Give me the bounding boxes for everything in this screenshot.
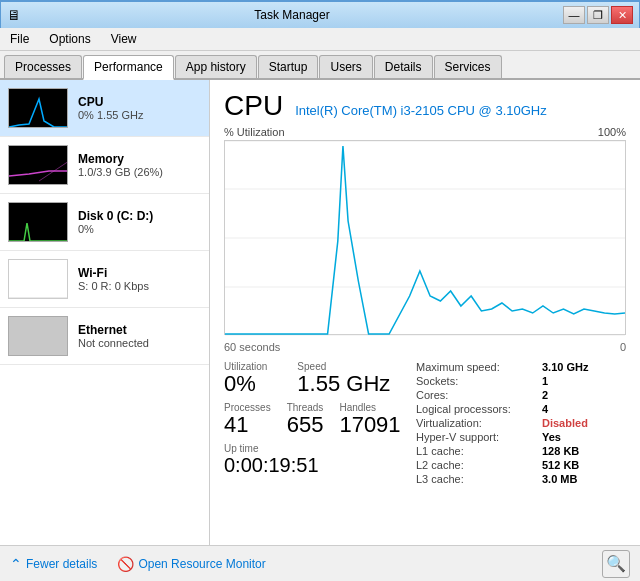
resource-icon: 🚫	[117, 556, 134, 572]
ethernet-info: Ethernet Not connected	[78, 323, 201, 349]
sidebar-item-disk[interactable]: Disk 0 (C: D:) 0%	[0, 194, 209, 251]
max-speed-label: Maximum speed:	[416, 361, 536, 373]
window-controls: — ❐ ✕	[563, 6, 633, 24]
info-l1: L1 cache: 128 KB	[416, 445, 626, 457]
restore-button[interactable]: ❐	[587, 6, 609, 24]
sockets-val: 1	[542, 375, 548, 387]
disk-value: 0%	[78, 223, 201, 235]
svg-rect-4	[9, 317, 68, 356]
info-sockets: Sockets: 1	[416, 375, 626, 387]
tab-services[interactable]: Services	[434, 55, 502, 78]
cpu-info: CPU 0% 1.55 GHz	[78, 95, 201, 121]
ethernet-mini-graph	[8, 316, 68, 356]
info-l2: L2 cache: 512 KB	[416, 459, 626, 471]
main-content: CPU 0% 1.55 GHz Memory 1.0/3.9 GB (26%)	[0, 80, 640, 545]
handles-group: Handles 17091	[339, 402, 400, 437]
wifi-label: Wi-Fi	[78, 266, 201, 280]
cpu-mini-graph	[8, 88, 68, 128]
max-speed-val: 3.10 GHz	[542, 361, 588, 373]
virt-label: Virtualization:	[416, 417, 536, 429]
open-resource-label: Open Resource Monitor	[138, 557, 265, 571]
menu-view[interactable]: View	[105, 30, 143, 48]
wifi-info: Wi-Fi S: 0 R: 0 Kbps	[78, 266, 201, 292]
utilization-group: Utilization 0%	[224, 361, 267, 396]
panel-subtitle: Intel(R) Core(TM) i3-2105 CPU @ 3.10GHz	[295, 103, 547, 118]
logical-label: Logical processors:	[416, 403, 536, 415]
processes-value: 41	[224, 413, 271, 437]
panel-header: CPU Intel(R) Core(TM) i3-2105 CPU @ 3.10…	[224, 90, 626, 122]
sidebar-item-ethernet[interactable]: Ethernet Not connected	[0, 308, 209, 365]
sidebar: CPU 0% 1.55 GHz Memory 1.0/3.9 GB (26%)	[0, 80, 210, 545]
wifi-value: S: 0 R: 0 Kbps	[78, 280, 201, 292]
memory-value: 1.0/3.9 GB (26%)	[78, 166, 201, 178]
menu-bar: File Options View	[0, 28, 640, 51]
threads-group: Threads 655	[287, 402, 324, 437]
time-right: 0	[620, 341, 626, 353]
cores-label: Cores:	[416, 389, 536, 401]
fewer-details-btn[interactable]: ⌃ Fewer details	[10, 556, 97, 572]
sidebar-item-cpu[interactable]: CPU 0% 1.55 GHz	[0, 80, 209, 137]
left-stats: Utilization 0% Speed 1.55 GHz Processes …	[224, 361, 416, 487]
chevron-up-icon: ⌃	[10, 556, 22, 572]
disk-info: Disk 0 (C: D:) 0%	[78, 209, 201, 235]
hyperv-label: Hyper-V support:	[416, 431, 536, 443]
close-button[interactable]: ✕	[611, 6, 633, 24]
magnifier-icon: 🔍	[606, 554, 626, 573]
svg-rect-1	[9, 203, 68, 242]
disk-label: Disk 0 (C: D:)	[78, 209, 201, 223]
info-logical: Logical processors: 4	[416, 403, 626, 415]
info-hyperv: Hyper-V support: Yes	[416, 431, 626, 443]
right-panel: CPU Intel(R) Core(TM) i3-2105 CPU @ 3.10…	[210, 80, 640, 545]
uptime-group: Up time 0:00:19:51	[224, 443, 416, 476]
l1-label: L1 cache:	[416, 445, 536, 457]
sockets-label: Sockets:	[416, 375, 536, 387]
ethernet-value: Not connected	[78, 337, 201, 349]
menu-file[interactable]: File	[4, 30, 35, 48]
l3-val: 3.0 MB	[542, 473, 577, 485]
l2-label: L2 cache:	[416, 459, 536, 471]
tab-details[interactable]: Details	[374, 55, 433, 78]
memory-label: Memory	[78, 152, 201, 166]
window-title: Task Manager	[21, 8, 563, 22]
uptime-value: 0:00:19:51	[224, 454, 416, 476]
l1-val: 128 KB	[542, 445, 579, 457]
tab-app-history[interactable]: App history	[175, 55, 257, 78]
bottom-bar: ⌃ Fewer details 🚫 Open Resource Monitor …	[0, 545, 640, 581]
minimize-button[interactable]: —	[563, 6, 585, 24]
disk-mini-graph	[8, 202, 68, 242]
sidebar-item-memory[interactable]: Memory 1.0/3.9 GB (26%)	[0, 137, 209, 194]
menu-options[interactable]: Options	[43, 30, 96, 48]
memory-info: Memory 1.0/3.9 GB (26%)	[78, 152, 201, 178]
util-value: 0%	[224, 372, 267, 396]
utilization-label: % Utilization	[224, 126, 285, 138]
tab-startup[interactable]: Startup	[258, 55, 319, 78]
info-virt: Virtualization: Disabled	[416, 417, 626, 429]
l2-val: 512 KB	[542, 459, 579, 471]
speed-group: Speed 1.55 GHz	[297, 361, 390, 396]
threads-value: 655	[287, 413, 324, 437]
open-resource-btn[interactable]: 🚫 Open Resource Monitor	[117, 556, 265, 572]
logical-val: 4	[542, 403, 548, 415]
tab-processes[interactable]: Processes	[4, 55, 82, 78]
l3-label: L3 cache:	[416, 473, 536, 485]
hyperv-val: Yes	[542, 431, 561, 443]
cpu-label: CPU	[78, 95, 201, 109]
tab-bar: Processes Performance App history Startu…	[0, 51, 640, 80]
speed-value: 1.55 GHz	[297, 372, 390, 396]
info-max-speed: Maximum speed: 3.10 GHz	[416, 361, 626, 373]
cpu-chart	[224, 140, 626, 335]
tab-performance[interactable]: Performance	[83, 55, 174, 80]
cores-val: 2	[542, 389, 548, 401]
magnifier-button[interactable]: 🔍	[602, 550, 630, 578]
ethernet-label: Ethernet	[78, 323, 201, 337]
cpu-value: 0% 1.55 GHz	[78, 109, 201, 121]
sidebar-item-wifi[interactable]: Wi-Fi S: 0 R: 0 Kbps	[0, 251, 209, 308]
info-l3: L3 cache: 3.0 MB	[416, 473, 626, 485]
uptime-label: Up time	[224, 443, 416, 454]
processes-group: Processes 41	[224, 402, 271, 437]
svg-rect-2	[9, 260, 68, 299]
tab-users[interactable]: Users	[319, 55, 372, 78]
handles-value: 17091	[339, 413, 400, 437]
info-cores: Cores: 2	[416, 389, 626, 401]
memory-mini-graph	[8, 145, 68, 185]
